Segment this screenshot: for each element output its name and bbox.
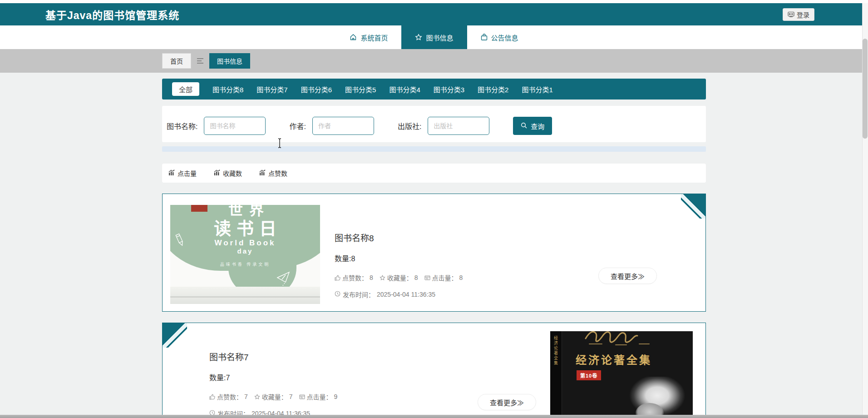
chart-icon xyxy=(259,169,266,177)
sort-by-clicks[interactable]: 点击量 xyxy=(168,169,197,178)
likes-value: 8 xyxy=(370,274,373,281)
category-link-7[interactable]: 图书分类7 xyxy=(256,85,287,94)
likes-stat: 点赞数： 7 xyxy=(209,392,248,401)
view-more-button[interactable]: 查看更多≫ xyxy=(478,394,536,410)
publisher-input[interactable] xyxy=(428,117,489,135)
poster-subtitle: World Book xyxy=(170,239,320,248)
corner-fold-icon xyxy=(163,323,187,348)
bag-icon xyxy=(481,34,488,41)
breadcrumb-bar: 首页 图书信息 xyxy=(0,49,868,73)
view-more-button[interactable]: 查看更多≫ xyxy=(598,268,657,284)
category-all-pill[interactable]: 全部 xyxy=(172,82,199,96)
clicks-stat: 点击量： 9 xyxy=(299,392,338,401)
thumbs-up-icon xyxy=(209,394,215,400)
breadcrumb: 首页 图书信息 xyxy=(162,53,706,69)
category-bar: 全部 图书分类8 图书分类7 图书分类6 图书分类5 图书分类4 图书分类3 图… xyxy=(162,79,706,100)
favorites-label: 收藏量： xyxy=(262,392,287,401)
tab-label: 图书信息 xyxy=(426,33,453,42)
publish-time-row: 发布时间： 2025-04-04 11:36:35 xyxy=(335,290,463,299)
book-card-8: 世界 读书日 World Book day 品味书香 传承文明 图书名称8 数量… xyxy=(162,194,706,312)
likes-label: 点赞数： xyxy=(217,392,242,401)
app-header: 基于Java的图书馆管理系统 登录 xyxy=(0,3,868,25)
clicks-value: 9 xyxy=(334,393,338,400)
login-button[interactable]: 登录 xyxy=(783,8,814,21)
breadcrumb-home-button[interactable]: 首页 xyxy=(162,53,191,69)
sort-label: 收藏数 xyxy=(223,169,242,178)
cover-title: 经济论著全集 xyxy=(576,351,652,367)
tab-notice-info[interactable]: 公告信息 xyxy=(467,25,532,49)
time-label: 发布时间： xyxy=(343,290,375,299)
star-icon xyxy=(415,34,422,41)
main-content: 全部 图书分类8 图书分类7 图书分类6 图书分类5 图书分类4 图书分类3 图… xyxy=(162,79,706,418)
star-outline-icon xyxy=(254,394,260,400)
cover-spine-text: 经济论著全集 xyxy=(553,336,559,366)
clock-icon xyxy=(335,291,340,298)
author-input[interactable] xyxy=(312,117,374,135)
category-link-1[interactable]: 图书分类1 xyxy=(522,85,552,94)
login-label: 登录 xyxy=(797,10,809,19)
tab-label: 系统首页 xyxy=(360,33,388,42)
sort-label: 点击量 xyxy=(178,169,197,178)
breadcrumb-current-button[interactable]: 图书信息 xyxy=(209,53,250,69)
category-link-3[interactable]: 图书分类3 xyxy=(434,85,464,94)
tab-book-info[interactable]: 图书信息 xyxy=(401,25,467,49)
search-panel: 图书名称: 作者: 出版社: 查询 xyxy=(162,106,706,142)
publisher-label: 出版社: xyxy=(398,120,421,131)
thumbs-up-icon xyxy=(335,275,340,281)
sort-by-likes[interactable]: 点赞数 xyxy=(259,169,287,178)
search-group-publisher: 出版社: xyxy=(398,117,489,135)
category-link-4[interactable]: 图书分类4 xyxy=(389,85,420,94)
scrollbar-thumb[interactable] xyxy=(863,39,868,139)
poster-tagline: 品味书香 传承文明 xyxy=(170,261,320,267)
author-label: 作者: xyxy=(289,120,306,131)
calligraphy-icon xyxy=(580,331,657,348)
book-title: 图书名称8 xyxy=(335,231,463,244)
tab-system-home[interactable]: 系统首页 xyxy=(336,25,401,49)
tab-label: 公告信息 xyxy=(491,33,518,42)
book-info: 图书名称8 数量:8 点赞数： 8 xyxy=(335,205,463,311)
sort-by-favorites[interactable]: 收藏数 xyxy=(214,169,242,178)
query-button[interactable]: 查询 xyxy=(513,117,552,135)
poster-title: 读书日 xyxy=(170,214,320,239)
favorites-stat: 收藏量： 7 xyxy=(254,392,293,401)
favorites-value: 7 xyxy=(289,393,293,400)
clicks-label: 点击量： xyxy=(432,273,458,282)
search-group-name: 图书名称: xyxy=(167,117,266,135)
search-group-author: 作者: xyxy=(289,117,374,135)
chart-icon xyxy=(168,169,175,177)
browse-icon xyxy=(299,394,305,400)
book-name-input[interactable] xyxy=(204,117,266,135)
category-link-8[interactable]: 图书分类8 xyxy=(212,85,243,94)
category-link-6[interactable]: 图书分类6 xyxy=(301,85,332,94)
poster-red-tag xyxy=(191,205,207,212)
text-cursor-icon xyxy=(277,138,282,150)
highlight-strip xyxy=(162,146,706,152)
book-stats-row: 点赞数： 8 收藏量： 8 xyxy=(335,273,463,282)
app-title: 基于Java的图书馆管理系统 xyxy=(45,7,179,22)
top-edge-strip xyxy=(0,0,868,3)
query-label: 查询 xyxy=(531,121,544,131)
sort-bar: 点击量 收藏数 点赞数 xyxy=(162,164,706,183)
favorites-stat: 收藏量： 8 xyxy=(380,273,418,282)
time-value: 2025-04-04 11:36:35 xyxy=(377,291,435,298)
book-name-label: 图书名称: xyxy=(167,120,197,131)
star-outline-icon xyxy=(380,275,385,281)
browse-icon xyxy=(424,275,430,281)
poster-subtitle-2: day xyxy=(170,247,320,255)
corner-fold-icon xyxy=(681,194,705,219)
cover-portrait-photo xyxy=(602,377,693,418)
breadcrumb-separator-icon xyxy=(197,58,203,64)
category-link-2[interactable]: 图书分类2 xyxy=(478,85,508,94)
bottom-edge-strip xyxy=(0,415,868,418)
main-nav: 系统首页 图书信息 公告信息 xyxy=(0,25,868,49)
book-card-7: 图书名称7 数量:7 点赞数： 7 xyxy=(162,323,706,418)
login-icon xyxy=(788,11,794,17)
home-icon xyxy=(350,34,357,41)
cover-volume-badge: 第10卷 xyxy=(577,370,601,380)
clicks-stat: 点击量： 8 xyxy=(424,273,463,282)
favorites-value: 8 xyxy=(414,274,418,281)
favorites-label: 收藏量： xyxy=(387,273,413,282)
category-link-5[interactable]: 图书分类5 xyxy=(345,85,376,94)
likes-stat: 点赞数： 8 xyxy=(335,273,373,282)
search-icon xyxy=(521,122,527,130)
